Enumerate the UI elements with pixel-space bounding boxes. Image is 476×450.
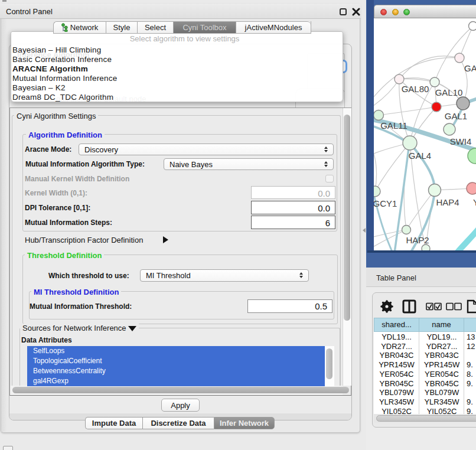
svg-text:GAL7: GAL7 bbox=[464, 63, 476, 73]
svg-text:HAP4: HAP4 bbox=[436, 197, 459, 207]
svg-text:Y: Y bbox=[473, 197, 476, 207]
svg-text:SWI4: SWI4 bbox=[450, 136, 472, 146]
svg-text:GAL11: GAL11 bbox=[380, 120, 407, 131]
svg-text:GAL4: GAL4 bbox=[409, 151, 431, 161]
svg-text:GAL1: GAL1 bbox=[445, 111, 467, 121]
svg-text:HAP2: HAP2 bbox=[406, 235, 429, 245]
svg-text:GAL80: GAL80 bbox=[402, 84, 429, 94]
svg-text:GCY1: GCY1 bbox=[374, 198, 397, 208]
svg-text:GAL10: GAL10 bbox=[435, 87, 463, 97]
